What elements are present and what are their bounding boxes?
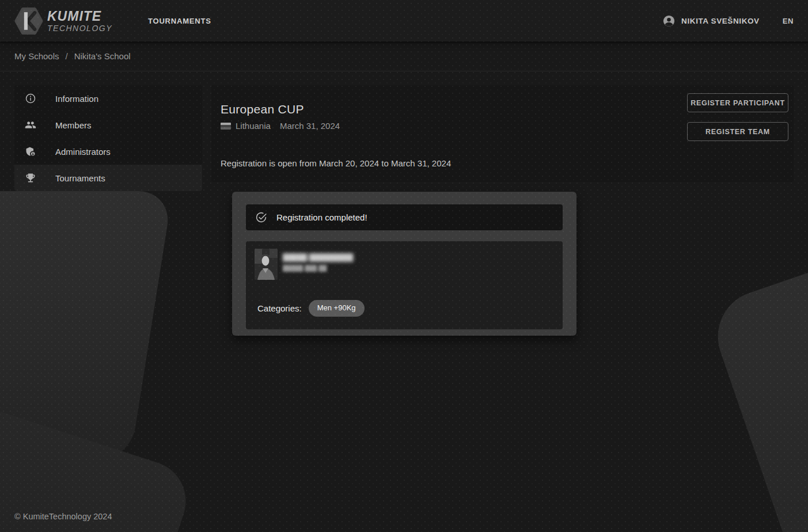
tournament-actions: REGISTER PARTICIPANT REGISTER TEAM [687, 93, 788, 141]
lithuania-flag-icon [221, 123, 231, 130]
members-icon [25, 119, 36, 131]
brand-name: KUMITE [47, 10, 112, 23]
sidebar-item-label: Members [55, 120, 92, 130]
header: KUMITE TECHNOLOGY TOURNAMENTS NIKITA SVE… [0, 0, 808, 41]
background-polygon-right [705, 188, 808, 532]
participant-photo [255, 249, 278, 280]
footer-copyright: © KumiteTechnology 2024 [14, 512, 112, 521]
info-icon [25, 93, 36, 104]
sidebar-item-tournaments[interactable]: Tournaments [14, 165, 202, 191]
school-sidebar: Information Members Administrators [14, 85, 202, 191]
breadcrumb-current-school: Nikita's School [74, 51, 131, 61]
sidebar-item-members[interactable]: Members [14, 112, 202, 138]
admin-shield-icon [25, 146, 36, 157]
tournament-meta: Lithuania March 31, 2024 [221, 121, 340, 131]
brand-subtitle: TECHNOLOGY [47, 24, 112, 32]
page: KUMITE TECHNOLOGY TOURNAMENTS NIKITA SVE… [0, 0, 808, 532]
user-name: NIKITA SVEŠNIKOV [681, 17, 760, 25]
trophy-icon [25, 172, 36, 184]
categories-row: Categories: Men +90Kg [257, 300, 365, 317]
breadcrumb: My Schools / Nikita's School [0, 41, 808, 71]
participant-details-blurred: █████ ███ ██ [283, 265, 327, 271]
tournament-date: March 31, 2024 [280, 121, 340, 131]
participant-card: █████ █████████ █████ ███ ██ Categories:… [246, 241, 563, 329]
language-selector[interactable]: EN [783, 17, 794, 25]
participant-name-blurred: █████ █████████ [283, 253, 353, 261]
sidebar-item-administrators[interactable]: Administrators [14, 138, 202, 165]
categories-label: Categories: [257, 303, 302, 313]
registration-completed-banner: Registration completed! [246, 204, 563, 230]
account-circle-icon [662, 14, 676, 28]
sidebar-item-information[interactable]: Information [14, 85, 202, 112]
kumite-hexagon-logo-icon [14, 7, 43, 35]
breadcrumb-my-schools[interactable]: My Schools [14, 51, 59, 61]
brand-logo[interactable]: KUMITE TECHNOLOGY [14, 7, 112, 35]
register-participant-button[interactable]: REGISTER PARTICIPANT [687, 93, 788, 112]
sidebar-item-label: Administrators [55, 147, 111, 157]
header-right: NIKITA SVEŠNIKOV EN [662, 14, 794, 28]
sidebar-item-label: Tournaments [55, 173, 105, 183]
category-chip: Men +90Kg [309, 300, 365, 317]
register-team-button[interactable]: REGISTER TEAM [687, 122, 788, 141]
registration-result-card: Registration completed! █████ █████████ … [232, 192, 576, 336]
tournament-title: European CUP [221, 102, 304, 116]
check-circle-icon [255, 211, 267, 223]
brand-text: KUMITE TECHNOLOGY [47, 10, 112, 32]
registration-completed-text: Registration completed! [276, 212, 367, 222]
tournament-panel: European CUP Lithuania March 31, 2024 Re… [211, 85, 794, 182]
breadcrumb-separator: / [66, 51, 68, 61]
nav-tournaments[interactable]: TOURNAMENTS [148, 17, 211, 25]
tournament-country: Lithuania [236, 121, 271, 131]
user-menu[interactable]: NIKITA SVEŠNIKOV [662, 14, 760, 28]
registration-period-note: Registration is open from March 20, 2024… [221, 158, 451, 168]
sidebar-item-label: Information [55, 94, 98, 104]
